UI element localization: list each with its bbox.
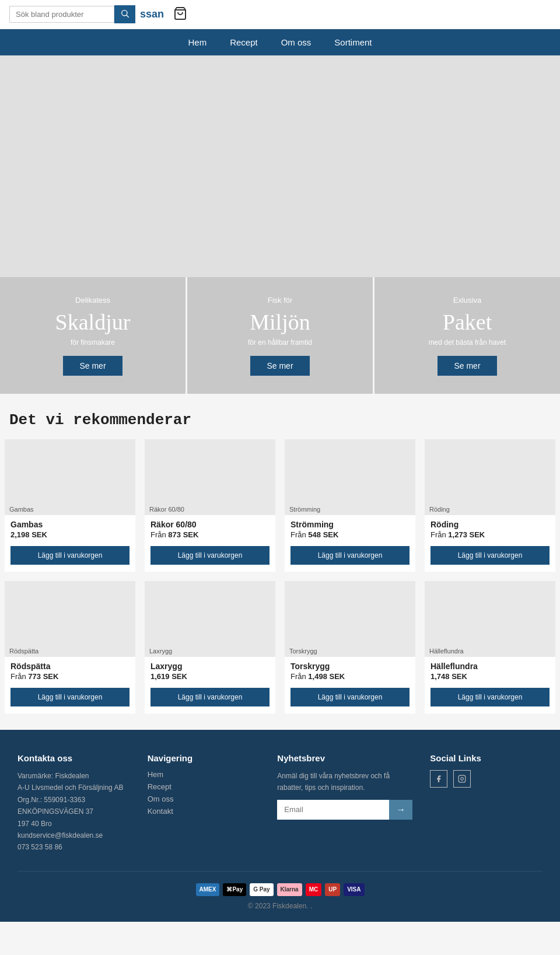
product-img-label-rakor: Räkor 60/80 (145, 503, 189, 515)
cat-btn-1[interactable]: Se mer (63, 356, 122, 376)
product-card-laxrygg: Laxrygg Laxrygg 1,619 SEK Lägg till i va… (145, 581, 275, 713)
footer-nav-recept[interactable]: Recept (148, 782, 260, 791)
product-price-torskrygg: Från 1,498 SEK (285, 672, 415, 685)
add-to-cart-roding[interactable]: Lägg till i varukorgen (430, 546, 550, 565)
category-cards: Delikatess Skaldjur för finsmakare Se me… (0, 277, 560, 394)
product-image-rodspatta: Rödspätta (5, 581, 135, 657)
newsletter-form: → (277, 800, 412, 820)
nav-item-sortiment[interactable]: Sortiment (334, 37, 372, 47)
product-img-label-roding: Röding (425, 503, 454, 515)
hero-banner (0, 55, 560, 277)
category-card-paket: Exlusiva Paket med det bästa från havet … (373, 277, 560, 394)
add-to-cart-halleflundra[interactable]: Lägg till i varukorgen (430, 688, 550, 706)
facebook-icon (435, 775, 443, 783)
cat-btn-2[interactable]: Se mer (250, 356, 309, 376)
header: ssan (0, 0, 560, 29)
cart-button[interactable] (173, 6, 187, 23)
instagram-icon (458, 775, 466, 783)
recommendations-heading: Det vi rekommenderar (0, 394, 560, 435)
payment-klarna: Klarna (277, 883, 302, 896)
cat-desc-1: för finsmakare (71, 338, 115, 347)
nav-item-om-oss[interactable]: Om oss (281, 37, 312, 47)
product-image-gambas: Gambas (5, 439, 135, 515)
footer-nav-hem[interactable]: Hem (148, 770, 260, 779)
nav-item-hem[interactable]: Hem (188, 37, 206, 47)
product-img-label-halleflundra: Hälleflundra (425, 645, 468, 657)
product-name-halleflundra: Hälleflundra (425, 657, 555, 672)
footer-newsletter-col: Nyhetsbrev Anmäl dig till våra nyhetsbre… (277, 753, 412, 853)
product-card-stromming: Strömming Strömming Från 548 SEK Lägg ti… (285, 439, 415, 572)
search-input[interactable] (9, 6, 114, 23)
payment-google-pay: G Pay (250, 883, 273, 896)
add-to-cart-rodspatta[interactable]: Lägg till i varukorgen (10, 688, 130, 706)
product-card-rodspatta: Rödspätta Rödspätta Från 773 SEK Lägg ti… (5, 581, 135, 713)
social-icons (430, 770, 542, 788)
footer-social-col: Social Links (430, 753, 542, 853)
social-icon-facebook[interactable] (430, 770, 447, 788)
svg-rect-3 (459, 775, 466, 782)
add-to-cart-rakor[interactable]: Lägg till i varukorgen (150, 546, 270, 565)
product-price-rodspatta: Från 773 SEK (5, 672, 135, 685)
product-name-torskrygg: Torskrygg (285, 657, 415, 672)
footer-nav-heading: Navigering (148, 753, 260, 763)
product-price-halleflundra: 1,748 SEK (425, 672, 555, 685)
footer: Kontakta oss Varumärke: Fiskdealen A-U L… (0, 730, 560, 922)
cat-subtitle-3: Exlusiva (453, 296, 481, 305)
footer-contact-heading: Kontakta oss (18, 753, 130, 763)
nav-item-recept[interactable]: Recept (230, 37, 258, 47)
footer-copyright: © 2023 Fiskdealen. . (248, 902, 312, 910)
footer-newsletter-text: Anmäl dig till våra nyhetsbrev och få ra… (277, 770, 412, 794)
footer-nav-col: Navigering Hem Recept Om oss Kontakt (148, 753, 260, 853)
product-name-stromming: Strömming (285, 515, 415, 530)
newsletter-submit-button[interactable]: → (389, 800, 412, 820)
products-grid: Gambas Gambas 2,198 SEK Lägg till i varu… (0, 435, 560, 730)
payment-visa: VISA (344, 883, 364, 896)
product-card-halleflundra: Hälleflundra Hälleflundra 1,748 SEK Lägg… (425, 581, 555, 713)
product-card-roding: Röding Röding Från 1,273 SEK Lägg till i… (425, 439, 555, 572)
product-price-roding: Från 1,273 SEK (425, 530, 555, 544)
product-img-label-torskrygg: Torskrygg (285, 645, 322, 657)
product-price-stromming: Från 548 SEK (285, 530, 415, 544)
footer-nav-kontakt[interactable]: Kontakt (148, 807, 260, 816)
add-to-cart-gambas[interactable]: Lägg till i varukorgen (10, 546, 130, 565)
newsletter-email-input[interactable] (277, 800, 389, 820)
cat-title-3: Paket (443, 309, 492, 335)
product-name-laxrygg: Laxrygg (145, 657, 275, 672)
brand-name: ssan (140, 8, 164, 20)
product-price-gambas: 2,198 SEK (5, 530, 135, 544)
cat-title-1: Skaldjur (55, 309, 131, 335)
cat-subtitle-1: Delikatess (75, 296, 110, 305)
social-icon-instagram[interactable] (453, 770, 471, 788)
search-button[interactable] (114, 5, 135, 23)
product-card-torskrygg: Torskrygg Torskrygg Från 1,498 SEK Lägg … (285, 581, 415, 713)
product-name-roding: Röding (425, 515, 555, 530)
product-image-rakor: Räkor 60/80 (145, 439, 275, 515)
product-image-halleflundra: Hälleflundra (425, 581, 555, 657)
product-name-rakor: Räkor 60/80 (145, 515, 275, 530)
footer-newsletter-heading: Nyhetsbrev (277, 753, 412, 763)
product-price-rakor: Från 873 SEK (145, 530, 275, 544)
payment-apple-pay: ⌘Pay (223, 883, 246, 896)
cat-btn-3[interactable]: Se mer (438, 356, 496, 376)
category-card-miljon: Fisk för Miljön för en hållbar framtid S… (186, 277, 373, 394)
product-name-gambas: Gambas (5, 515, 135, 530)
add-to-cart-torskrygg[interactable]: Lägg till i varukorgen (290, 688, 410, 706)
payment-unionpay: UP (325, 883, 340, 896)
footer-contact-col: Kontakta oss Varumärke: Fiskdealen A-U L… (18, 753, 130, 853)
footer-grid: Kontakta oss Varumärke: Fiskdealen A-U L… (18, 753, 542, 853)
product-card-gambas: Gambas Gambas 2,198 SEK Lägg till i varu… (5, 439, 135, 572)
payment-icons: AMEX ⌘Pay G Pay Klarna MC UP VISA (196, 883, 365, 896)
footer-nav-om-oss[interactable]: Om oss (148, 795, 260, 803)
svg-point-0 (122, 11, 127, 16)
add-to-cart-stromming[interactable]: Lägg till i varukorgen (290, 546, 410, 565)
product-image-stromming: Strömming (285, 439, 415, 515)
product-image-laxrygg: Laxrygg (145, 581, 275, 657)
footer-bottom: AMEX ⌘Pay G Pay Klarna MC UP VISA © 2023… (18, 871, 542, 910)
cat-subtitle-2: Fisk för (268, 296, 293, 305)
svg-line-1 (127, 15, 129, 18)
product-img-label-rodspatta: Rödspätta (5, 645, 43, 657)
add-to-cart-laxrygg[interactable]: Lägg till i varukorgen (150, 688, 270, 706)
product-img-label-laxrygg: Laxrygg (145, 645, 177, 657)
product-name-rodspatta: Rödspätta (5, 657, 135, 672)
cat-desc-2: för en hållbar framtid (248, 338, 312, 347)
